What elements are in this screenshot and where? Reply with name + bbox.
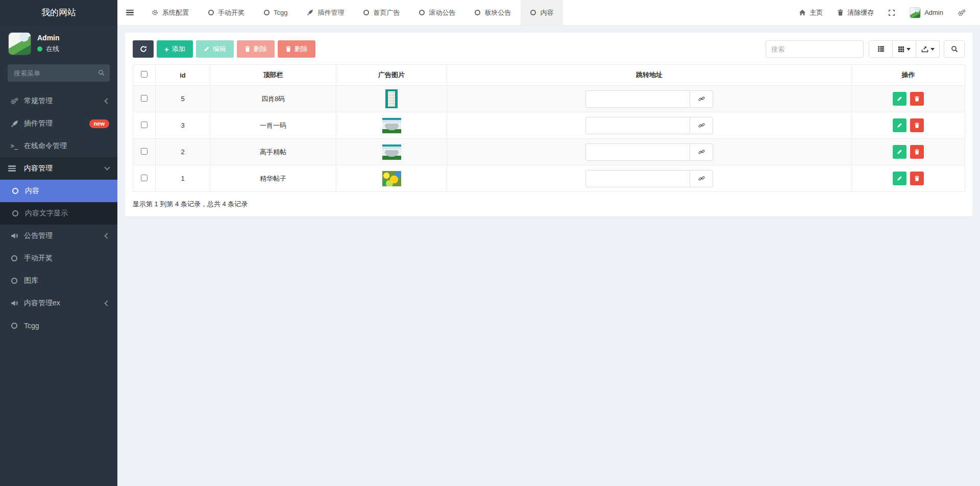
sidebar-item-online-command[interactable]: >_ 在线命令管理 <box>0 135 117 157</box>
menu-search-input[interactable] <box>8 64 110 82</box>
cogs-icon <box>8 98 20 105</box>
export-button[interactable] <box>916 40 940 58</box>
app-title: 我的网站 <box>0 0 117 26</box>
edit-button[interactable]: 编辑 <box>196 40 234 58</box>
jump-url-input[interactable] <box>585 143 690 161</box>
toggle-view-button[interactable] <box>869 40 893 58</box>
jump-url-input[interactable] <box>585 117 690 134</box>
row-edit-button[interactable] <box>893 118 906 132</box>
tab-plugins[interactable]: 插件管理 <box>297 0 354 25</box>
cell-id: 2 <box>156 139 210 165</box>
jump-url-input[interactable] <box>585 170 690 187</box>
sidebar-item-manual-draw[interactable]: 手动开奖 <box>0 247 117 270</box>
circle-icon <box>9 188 21 194</box>
row-delete-button[interactable] <box>910 172 924 185</box>
circle-icon <box>8 278 20 284</box>
row-edit-button[interactable] <box>893 145 906 159</box>
cell-topbar: 高手精帖 <box>210 139 336 165</box>
tab-manual-draw[interactable]: 手动开奖 <box>199 0 254 25</box>
row-edit-button[interactable] <box>893 92 906 106</box>
hamburger-icon[interactable] <box>117 0 142 25</box>
trash-icon <box>285 46 291 52</box>
gears-icon <box>958 9 966 16</box>
circle-icon <box>419 10 425 15</box>
column-header-id: id <box>156 65 210 86</box>
sidebar-item-gallery[interactable]: 图库 <box>0 270 117 292</box>
sidebar-item-general[interactable]: 常规管理 <box>0 90 117 112</box>
chevron-left-icon <box>104 98 110 104</box>
sidebar-item-content-ex[interactable]: 内容管理ex <box>0 292 117 314</box>
circle-icon <box>363 10 369 15</box>
sidebar-subitem-label: 内容 <box>25 186 109 196</box>
search-toggle-button[interactable] <box>944 40 965 58</box>
row-checkbox[interactable] <box>141 175 148 181</box>
sidebar-item-label: 插件管理 <box>24 119 89 128</box>
jump-url-input[interactable] <box>585 90 690 108</box>
sidebar-item-tcgg[interactable]: Tcgg <box>0 314 117 337</box>
table-row: 1 精华帖子 <box>133 165 965 192</box>
fullscreen-button[interactable] <box>881 0 902 25</box>
user-menu[interactable]: Admin <box>902 0 950 25</box>
caret-down-icon <box>930 48 935 51</box>
tab-system-config[interactable]: 系统配置 <box>142 0 199 25</box>
row-checkbox[interactable] <box>141 121 148 128</box>
ad-image[interactable] <box>385 89 398 108</box>
link-button[interactable] <box>690 90 713 108</box>
sidebar-item-content-management[interactable]: 内容管理 <box>0 157 117 180</box>
jump-url-group <box>585 143 713 161</box>
toolbar-right <box>766 40 965 58</box>
sidebar-item-plugins[interactable]: 插件管理 new <box>0 112 117 135</box>
settings-button[interactable] <box>950 0 973 25</box>
tab-label: 系统配置 <box>162 8 189 17</box>
user-status: 在线 <box>37 44 60 54</box>
tab-home-ads[interactable]: 首页广告 <box>354 0 409 25</box>
ad-image[interactable] <box>382 144 401 160</box>
rocket-icon <box>8 120 20 128</box>
sidebar-subitem-content[interactable]: 内容 <box>0 180 117 202</box>
link-button[interactable] <box>690 170 713 187</box>
row-checkbox[interactable] <box>141 95 148 102</box>
tab-tcgg[interactable]: Tcgg <box>254 0 297 25</box>
home-link[interactable]: 主页 <box>792 0 830 25</box>
online-dot-icon <box>37 46 42 52</box>
home-label: 主页 <box>810 8 823 17</box>
jump-url-group <box>585 170 713 187</box>
refresh-button[interactable] <box>133 40 154 58</box>
content-panel: + 添加 编辑 删除 删除 <box>125 33 972 216</box>
delete-button-secondary[interactable]: 删除 <box>278 40 315 58</box>
sidebar-subitem-content-text[interactable]: 内容文字显示 <box>0 202 117 225</box>
export-icon <box>921 45 928 53</box>
user-name: Admin <box>37 34 60 42</box>
row-edit-button[interactable] <box>893 172 906 185</box>
tab-label: 首页广告 <box>373 8 400 17</box>
cell-id: 5 <box>156 86 210 112</box>
row-delete-button[interactable] <box>910 92 924 106</box>
tab-label: 滚动公告 <box>429 8 455 17</box>
table-search-input[interactable] <box>766 40 864 58</box>
row-checkbox[interactable] <box>141 148 148 155</box>
row-delete-button[interactable] <box>910 118 924 132</box>
select-all-checkbox[interactable] <box>141 71 148 78</box>
columns-button[interactable] <box>892 40 916 58</box>
main-content: + 添加 编辑 删除 删除 <box>117 26 980 486</box>
ad-image[interactable] <box>382 171 401 186</box>
row-delete-button[interactable] <box>910 145 924 159</box>
delete-button[interactable]: 删除 <box>237 40 275 58</box>
gear-icon <box>152 9 158 16</box>
link-button[interactable] <box>690 143 713 161</box>
volume-icon <box>8 300 20 307</box>
ad-image[interactable] <box>382 118 401 133</box>
sidebar-item-label: 常规管理 <box>24 96 105 106</box>
circle-icon <box>264 10 270 15</box>
cell-id: 1 <box>156 165 210 192</box>
column-header-jump-url: 跳转地址 <box>447 65 852 86</box>
sidebar-item-announcement[interactable]: 公告管理 <box>0 225 117 247</box>
tab-scroll-notice[interactable]: 滚动公告 <box>409 0 465 25</box>
sidebar-menu: 常规管理 插件管理 new >_ 在线命令管理 内容管理 内容 内容文字显示 <box>0 90 117 337</box>
link-button[interactable] <box>690 117 713 134</box>
tab-board-notice[interactable]: 板块公告 <box>465 0 521 25</box>
add-button[interactable]: + 添加 <box>157 40 193 58</box>
search-icon <box>951 45 958 53</box>
clear-cache-link[interactable]: 清除缓存 <box>830 0 881 25</box>
tab-content[interactable]: 内容 <box>521 0 563 25</box>
